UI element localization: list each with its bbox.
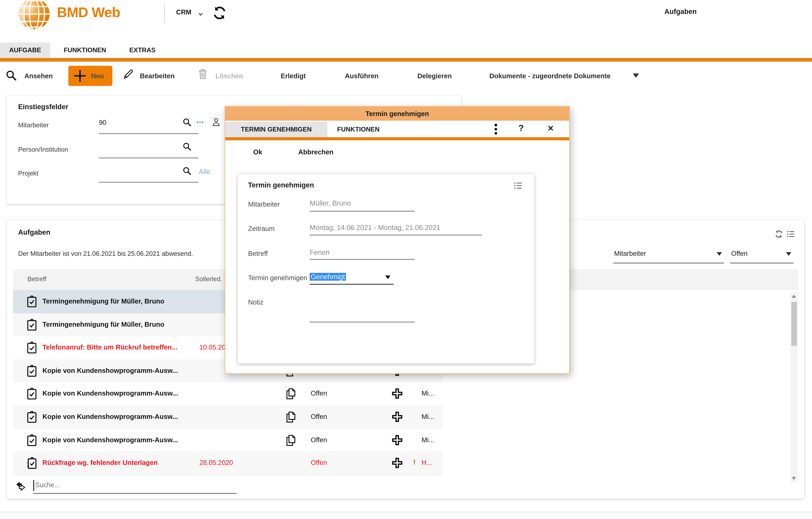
help-icon[interactable]: ? — [518, 123, 524, 134]
close-icon[interactable]: ✕ — [547, 124, 554, 133]
employee-filter-dropdown-icon[interactable] — [717, 252, 722, 256]
dokumente-dropdown-icon[interactable] — [633, 74, 639, 78]
scrollbar[interactable] — [790, 293, 798, 482]
task-subject: Kopie von Kundenshowprogramm-Ausw... — [42, 390, 178, 397]
dialog-tab-termin-genehmigen[interactable]: TERMIN GENEHMIGEN — [225, 122, 327, 137]
column-header-sollerled[interactable]: Sollerled. — [168, 276, 222, 283]
clipboard-check-icon — [26, 434, 37, 446]
employee-filter-underline — [613, 262, 724, 263]
task-status: Offen — [311, 436, 327, 443]
dialog-betreff-value[interactable]: Ferien — [310, 249, 329, 256]
person-search-icon[interactable] — [182, 142, 192, 151]
pencil-icon[interactable] — [122, 68, 134, 80]
mitarbeiter-search-icon[interactable] — [182, 118, 192, 127]
alle-link[interactable]: Alle — [199, 168, 210, 175]
approve-selected-value: Genehmigt — [310, 273, 346, 281]
task-assignee: Mi... — [422, 390, 434, 397]
task-assignee: H... — [422, 459, 432, 467]
mitarbeiter-input[interactable] — [99, 119, 182, 126]
table-row[interactable]: Kopie von Kundenshowprogramm-Ausw... Off… — [13, 429, 443, 452]
plus-outline-icon[interactable] — [392, 388, 403, 399]
task-due-date: 28.05.2020 — [184, 459, 233, 467]
dialog-mitarbeiter-value[interactable]: Müller, Bruno — [310, 199, 351, 207]
person-institution-label: Person/Institution — [18, 146, 68, 153]
accent-bar — [0, 58, 812, 61]
dokumente-menu-button[interactable]: Dokumente - zugeordnete Dokumente — [489, 72, 610, 80]
clipboard-check-icon — [26, 365, 37, 377]
tab-extras[interactable]: EXTRAS — [125, 42, 160, 58]
list-icon[interactable] — [514, 181, 522, 190]
module-label: CRM — [176, 8, 191, 16]
status-filter-underline — [730, 262, 793, 263]
bearbeiten-button[interactable]: Bearbeiten — [140, 72, 175, 80]
tab-aufgabe[interactable]: AUFGABE — [0, 42, 50, 58]
delegieren-button[interactable]: Delegieren — [417, 72, 452, 80]
search-underline — [33, 493, 237, 494]
ok-button[interactable]: Ok — [253, 148, 262, 156]
task-subject: Termingenehmigung für Müller, Bruno — [42, 320, 164, 328]
dialog-tab-active-label: TERMIN GENEHMIGEN — [241, 126, 312, 133]
table-row[interactable]: Kopie von Kundenshowprogramm-Ausw... Off… — [13, 405, 443, 429]
plus-outline-icon[interactable] — [392, 411, 403, 423]
ausfuehren-button[interactable]: Ausführen — [345, 72, 378, 80]
approve-dropdown-icon[interactable] — [385, 276, 390, 279]
cancel-button[interactable]: Abbrechen — [298, 148, 334, 156]
kebab-menu-icon[interactable] — [495, 124, 497, 126]
column-header-betreff[interactable]: Betreff — [27, 276, 46, 283]
ansehen-button[interactable]: Ansehen — [24, 72, 53, 80]
task-status: Offen — [311, 459, 327, 467]
chevron-down-icon[interactable] — [198, 11, 204, 17]
plus-outline-icon[interactable] — [392, 457, 403, 469]
clipboard-check-icon — [26, 411, 37, 423]
person-icon[interactable] — [211, 117, 221, 127]
loeschen-button-disabled: Löschen — [215, 72, 243, 80]
plus-outline-icon[interactable] — [392, 434, 403, 445]
task-assignee: Mi... — [422, 413, 434, 421]
search-input[interactable] — [35, 481, 232, 489]
dialog-mitarbeiter-underline — [310, 211, 415, 212]
neu-button[interactable]: Neu — [68, 66, 112, 86]
table-row[interactable]: Kopie von Kundenshowprogramm-Ausw... Off… — [13, 382, 443, 406]
task-subject: Rückfrage wg. fehlender Unterlagen — [42, 459, 158, 467]
task-status: Offen — [311, 413, 327, 421]
refresh-button[interactable] — [212, 6, 227, 20]
scrollbar-thumb[interactable] — [791, 302, 797, 346]
approve-select[interactable]: Genehmigt — [310, 273, 346, 281]
employee-filter-value[interactable]: Mitarbeiter — [614, 250, 646, 257]
table-row[interactable]: Rückfrage wg. fehlender Unterlagen 28.05… — [13, 452, 443, 475]
priority-exclamation-icon: ! — [413, 458, 415, 466]
status-filter-dropdown-icon[interactable] — [786, 252, 791, 256]
dialog-betreff-underline — [310, 259, 415, 260]
task-subject: Termingenehmigung für Müller, Bruno — [42, 297, 164, 305]
clipboard-check-icon — [26, 387, 37, 400]
dialog-zeitraum-value[interactable]: Montag, 14.06.2021 - Montag, 21.06.2021 — [310, 224, 440, 231]
swap-arrows-icon[interactable] — [14, 480, 26, 492]
next-panel-edge — [0, 512, 812, 519]
neu-button-label: Neu — [91, 72, 104, 80]
task-subject: Kopie von Kundenshowprogramm-Ausw... — [42, 367, 178, 374]
tab-aufgabe-label: AUFGABE — [9, 47, 41, 54]
dialog-approve-label: Termin genehmigen — [248, 274, 307, 282]
clipboard-check-icon — [26, 341, 37, 354]
scrollbar-down-arrow[interactable] — [792, 477, 796, 480]
dialog-titlebar[interactable]: Termin genehmigen — [225, 107, 569, 121]
dialog-notiz-underline[interactable] — [310, 321, 415, 322]
dialog-tab-funktionen[interactable]: FUNKTIONEN — [337, 122, 380, 137]
text-caret — [33, 480, 34, 491]
bmd-globe-logo — [17, 0, 51, 31]
person-underline — [99, 157, 198, 158]
dialog-accent-bar — [225, 137, 569, 140]
scrollbar-up-arrow[interactable] — [792, 295, 796, 298]
list-view-icon[interactable] — [787, 230, 795, 238]
module-selector[interactable]: CRM — [176, 8, 191, 16]
page-title: Aufgaben — [664, 8, 697, 16]
mitarbeiter-more-button[interactable]: ... — [196, 115, 204, 124]
refresh-list-icon[interactable] — [775, 230, 783, 238]
tab-funktionen[interactable]: FUNKTIONEN — [58, 42, 112, 58]
status-filter-value[interactable]: Offen — [731, 250, 748, 257]
pages-icon — [285, 388, 296, 400]
task-subject: Telefonanruf: Bitte um Rückruf betreffen… — [42, 344, 177, 351]
search-icon[interactable] — [5, 69, 17, 81]
projekt-search-icon[interactable] — [182, 166, 192, 175]
erledigt-button[interactable]: Erledigt — [281, 72, 306, 80]
